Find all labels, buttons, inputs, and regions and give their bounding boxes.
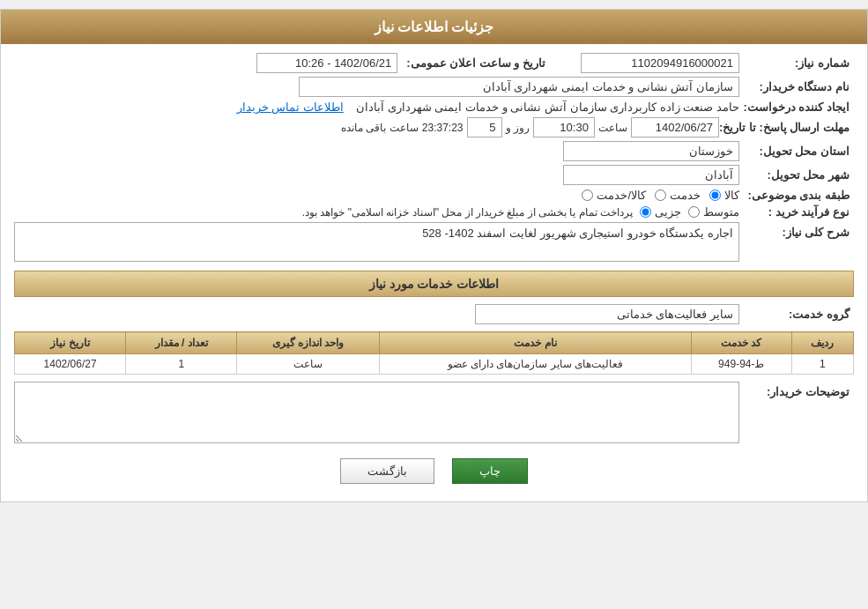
table-cell-1: ط-94-949 xyxy=(692,354,792,375)
deadline-days: 5 xyxy=(467,117,502,137)
row-need-desc: شرح کلی نیاز: اجاره یکدستگاه خودرو استیج… xyxy=(14,222,854,262)
purchase-mottavaset-item: متوسط xyxy=(688,205,739,219)
service-group-value-cell: سایر فعالیت‌های خدماتی xyxy=(14,304,739,324)
category-kala-khedmat-label: کالا/خدمت xyxy=(597,189,646,202)
row-buyer-org: نام دستگاه خریدار: سازمان آتش نشانی و خد… xyxy=(14,77,854,97)
services-section-title: اطلاعات خدمات مورد نیاز xyxy=(14,271,854,297)
city-value: آبادان xyxy=(563,165,739,185)
need-desc-value-cell: اجاره یکدستگاه خودرو استیجاری شهریور لغا… xyxy=(14,222,739,262)
category-khedmat-label: خدمت xyxy=(670,189,701,202)
creator-label: ایجاد کننده درخواست: xyxy=(739,100,854,114)
row-province: استان محل تحویل: خوزستان xyxy=(14,141,854,161)
th-quantity: تعداد / مقدار xyxy=(126,332,237,354)
deadline-days-label: روز و xyxy=(506,122,530,134)
back-button[interactable]: بازگشت xyxy=(340,458,434,484)
purchase-jozyi-item: جزیی xyxy=(640,205,681,219)
category-kala-khedmat-item: کالا/خدمت xyxy=(582,189,646,202)
category-kala-radio[interactable] xyxy=(709,189,721,201)
category-kala-khedmat-radio[interactable] xyxy=(582,189,593,201)
purchase-type-label: نوع فرآیند خرید : xyxy=(739,205,854,219)
buyer-notes-textarea[interactable] xyxy=(14,382,739,443)
deadline-row: 1402/06/27 ساعت 10:30 روز و 5 23:37:23 س… xyxy=(14,117,719,137)
category-kala-item: کالا xyxy=(709,189,739,202)
buyer-org-value: سازمان آتش نشانی و خدمات ایمنی شهرداری آ… xyxy=(299,77,739,97)
page-title: جزئیات اطلاعات نیاز xyxy=(375,19,494,34)
service-group-label: گروه خدمت: xyxy=(739,308,854,321)
table-cell-3: ساعت xyxy=(237,354,380,375)
buyer-org-label: نام دستگاه خریدار: xyxy=(739,80,854,93)
category-khedmat-item: خدمت xyxy=(655,189,701,202)
category-label: طبقه بندی موضوعی: xyxy=(739,189,854,202)
buyer-notes-label: توضیحات خریدار: xyxy=(739,382,854,398)
deadline-label: مهلت ارسال پاسخ: تا تاریخ: xyxy=(719,121,854,134)
purchase-jozyi-radio[interactable] xyxy=(640,206,651,218)
announce-date-label: تاریخ و ساعت اعلان عمومی: xyxy=(406,56,545,70)
row-deadline: مهلت ارسال پاسخ: تا تاریخ: 1402/06/27 سا… xyxy=(14,117,854,137)
purchase-type-row: متوسط جزیی پرداخت تمام یا بخشی از مبلغ خ… xyxy=(14,205,739,219)
table-cell-0: 1 xyxy=(791,354,853,375)
purchase-jozyi-label: جزیی xyxy=(655,205,681,219)
th-date: تاریخ نیاز xyxy=(15,332,126,354)
creator-value: حامد صنعت زاده کاربرداری سازمان آتش نشان… xyxy=(356,100,739,114)
service-group-value: سایر فعالیت‌های خدماتی xyxy=(475,304,739,324)
services-table: ردیف کد خدمت نام خدمت واحد اندازه گیری ت… xyxy=(14,331,854,375)
table-header-row: ردیف کد خدمت نام خدمت واحد اندازه گیری ت… xyxy=(15,332,854,354)
category-khedmat-radio[interactable] xyxy=(655,189,666,201)
province-value-cell: خوزستان xyxy=(14,141,739,161)
category-radio-group: کالا/خدمت خدمت کالا xyxy=(14,189,739,202)
print-button[interactable]: چاپ xyxy=(452,458,528,484)
th-service-name: نام خدمت xyxy=(379,332,691,354)
row-city: شهر محل تحویل: آبادان xyxy=(14,165,854,185)
announce-date-value: 1402/06/21 - 10:26 xyxy=(256,53,397,73)
need-desc-value: اجاره یکدستگاه خودرو استیجاری شهریور لغا… xyxy=(14,222,739,262)
purchase-mottavaset-radio[interactable] xyxy=(688,206,700,218)
th-row-num: ردیف xyxy=(791,332,853,354)
table-cell-5: 1402/06/27 xyxy=(15,354,126,375)
deadline-time-label: ساعت xyxy=(598,122,627,134)
category-kala-label: کالا xyxy=(724,189,739,202)
th-service-code: کد خدمت xyxy=(692,332,792,354)
need-desc-label: شرح کلی نیاز: xyxy=(739,222,854,239)
buttons-row: چاپ بازگشت xyxy=(14,449,854,493)
province-value: خوزستان xyxy=(563,141,739,161)
deadline-remaining-label: ساعت باقی مانده xyxy=(341,122,419,134)
row-buyer-notes: توضیحات خریدار: xyxy=(14,382,854,446)
deadline-remaining: 23:37:23 xyxy=(422,122,464,134)
content-area: شماره نیاز: 1102094916000021 تاریخ و ساع… xyxy=(1,44,867,501)
purchase-type-value-cell: متوسط جزیی پرداخت تمام یا بخشی از مبلغ خ… xyxy=(14,205,739,219)
need-number-value-cell: 1102094916000021 تاریخ و ساعت اعلان عموم… xyxy=(14,53,739,73)
table-cell-2: فعالیت‌های سایر سازمان‌های دارای عضو xyxy=(379,354,691,375)
row-purchase-type: نوع فرآیند خرید : متوسط جزیی پرداخت تمام… xyxy=(14,205,854,219)
row-category: طبقه بندی موضوعی: کالا/خدمت خدمت کالا xyxy=(14,189,854,202)
city-label: شهر محل تحویل: xyxy=(739,168,854,182)
need-number-label: شماره نیاز: xyxy=(739,56,854,70)
th-unit: واحد اندازه گیری xyxy=(237,332,380,354)
category-value-cell: کالا/خدمت خدمت کالا xyxy=(14,189,739,202)
table-cell-4: 1 xyxy=(126,354,237,375)
row-creator: ایجاد کننده درخواست: حامد صنعت زاده کارب… xyxy=(14,100,854,114)
deadline-time: 10:30 xyxy=(533,117,595,137)
contact-link[interactable]: اطلاعات تماس خریدار xyxy=(237,100,344,114)
purchase-desc: پرداخت تمام یا بخشی از مبلغ خریدار از مح… xyxy=(302,206,633,219)
deadline-value-cell: 1402/06/27 ساعت 10:30 روز و 5 23:37:23 س… xyxy=(14,117,719,137)
purchase-mottavaset-label: متوسط xyxy=(703,205,739,219)
row-service-group: گروه خدمت: سایر فعالیت‌های خدماتی xyxy=(14,304,854,324)
city-value-cell: آبادان xyxy=(14,165,739,185)
province-label: استان محل تحویل: xyxy=(739,145,854,158)
need-number-value: 1102094916000021 xyxy=(581,53,739,73)
table-row: 1ط-94-949فعالیت‌های سایر سازمان‌های دارا… xyxy=(15,354,854,375)
deadline-date: 1402/06/27 xyxy=(631,117,719,137)
creator-value-cell: حامد صنعت زاده کاربرداری سازمان آتش نشان… xyxy=(14,100,739,114)
buyer-notes-value-cell xyxy=(14,382,739,446)
page-wrapper: جزئیات اطلاعات نیاز شماره نیاز: 11020949… xyxy=(0,9,868,502)
page-header: جزئیات اطلاعات نیاز xyxy=(1,10,867,44)
row-need-number: شماره نیاز: 1102094916000021 تاریخ و ساع… xyxy=(14,53,854,73)
buyer-org-value-cell: سازمان آتش نشانی و خدمات ایمنی شهرداری آ… xyxy=(14,77,739,97)
